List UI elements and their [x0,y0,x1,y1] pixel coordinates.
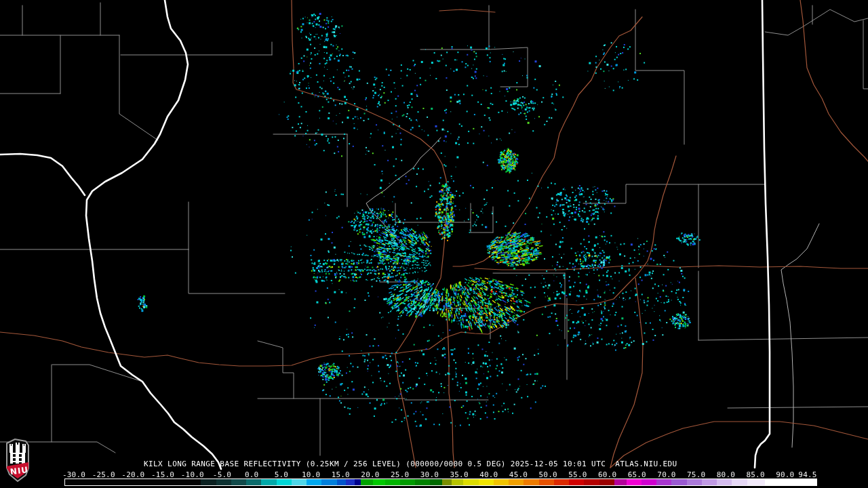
radar-map-canvas [0,0,868,488]
colorbar-segment [277,479,292,485]
colorbar-segment [355,479,361,485]
colorbar-segment [539,479,554,485]
colorbar-segment [415,479,430,485]
colorbar-segment [321,479,336,485]
colorbar-segment [509,479,524,485]
colorbar-segment [201,479,216,485]
colorbar-segment [430,479,442,485]
colorbar-segment [687,479,702,485]
colorbar-segment [361,479,373,485]
colorbar-segment [463,479,478,485]
colorbar-segment [717,479,732,485]
colorbar-segment [452,479,464,485]
colorbar-segment [216,479,231,485]
colorbar-segment [747,479,766,485]
colorbar-segment [627,479,642,485]
colorbar-segment [599,479,614,485]
colorbar-segment [524,479,538,485]
colorbar-segment [337,479,346,485]
niu-castle-icon [9,443,26,464]
colorbar-segment [246,479,261,485]
colorbar-segment [554,479,569,485]
colorbar-segment [656,479,671,485]
colorbar-segment [569,479,584,485]
colorbar-segment [702,479,717,485]
colorbar-tick-labels: -30.0-25.0-20.0-15.0-10.0-5.00.05.010.01… [0,470,868,479]
colorbar-segment [373,479,385,485]
colorbar-segment [671,479,686,485]
colorbar-segment [494,479,509,485]
colorbar-segment [642,479,656,485]
colorbar-segment [261,479,276,485]
colorbar-segment [65,479,201,485]
colorbar-segment [732,479,747,485]
colorbar-segment [584,479,599,485]
colorbar-segment [765,479,816,485]
colorbar-segment [292,479,307,485]
colorbar-segment [307,479,321,485]
colorbar-segment [442,479,451,485]
product-title: KILX LONG RANGE BASE REFLECTIVITY (0.25K… [144,460,677,468]
radar-viewer: NIU KILX LONG RANGE BASE REFLECTIVITY (0… [0,0,868,488]
colorbar-segment [346,479,355,485]
colorbar-segment [400,479,415,485]
colorbar-segment [479,479,494,485]
colorbar-segment [614,479,627,485]
colorbar-segment [231,479,246,485]
colorbar-segment [385,479,400,485]
reflectivity-colorbar [64,479,817,486]
